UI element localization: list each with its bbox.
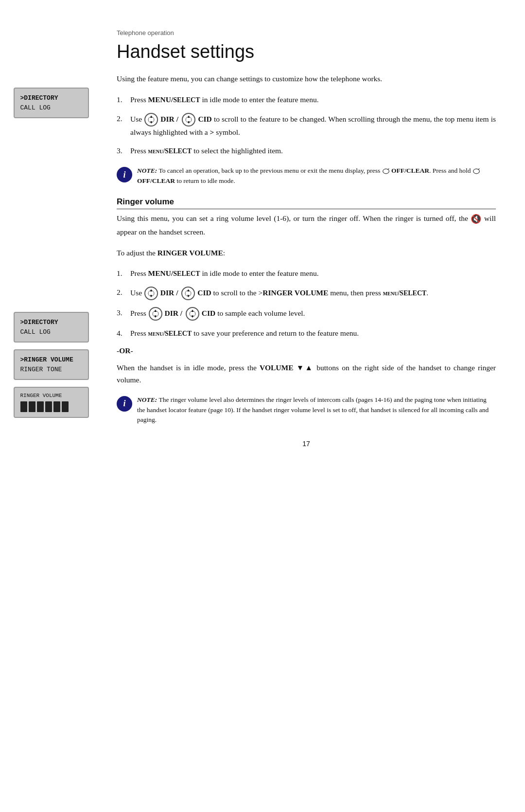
cid-label-2: CID — [197, 289, 211, 297]
lcd-line-1: >DIRECTORY — [20, 93, 82, 103]
breadcrumb: Telephone operation — [117, 29, 496, 36]
lcd-vol-title: RINGER VOLUME — [20, 393, 82, 398]
off-clear-icon-2 — [472, 167, 480, 174]
info-icon-1: i — [117, 167, 132, 182]
vol-bar-2 — [29, 401, 35, 412]
dir-nav-icon-1: ▲ ▼ — [144, 113, 158, 126]
step-3: 3. Press menu/SELECT to select the highl… — [117, 145, 496, 157]
menu-select-bold-1: MENU/SELECT — [148, 95, 200, 104]
left-column: >DIRECTORY CALL LOG >DIRECTORY CALL LOG … — [0, 29, 102, 783]
ringer-step-1-content: Press MENU/SELECT in idle mode to enter … — [130, 268, 496, 280]
note-body-2: The ringer volume level also determines … — [137, 396, 489, 424]
cid-nav-icon-3: ▲ ▼ — [186, 307, 199, 321]
cid-nav-icon-2: ▲ ▼ — [181, 287, 195, 300]
ringer-vol-bold-2: RINGER VOLUME — [262, 289, 328, 297]
step-3-num: 3. — [117, 145, 130, 157]
or-text: When the handset is in idle mode, press … — [117, 362, 496, 386]
svg-point-2 — [473, 169, 480, 174]
lcd-screen-2: >DIRECTORY CALL LOG — [14, 312, 89, 343]
lcd-line-5: >RINGER VOLUME — [20, 355, 82, 365]
step-2: 2. Use ▲ ▼ DIR / ▲ ▼ CID to scroll to th… — [117, 113, 496, 139]
page-container: >DIRECTORY CALL LOG >DIRECTORY CALL LOG … — [0, 0, 525, 812]
vol-bar-1 — [20, 401, 27, 412]
step-3-content: Press menu/SELECT to select the highligh… — [130, 145, 496, 157]
lcd-line-2: CALL LOG — [20, 103, 82, 113]
vol-bar-6 — [62, 401, 69, 412]
dir-label-2: DIR / — [160, 289, 178, 297]
note-label-2: NOTE: — [137, 396, 157, 403]
page-title: Handset settings — [117, 41, 496, 62]
lcd-line-3: >DIRECTORY — [20, 318, 82, 327]
lcd-line-4: CALL LOG — [20, 327, 82, 337]
lcd-line-6: RINGER TONE — [20, 365, 82, 375]
muted-bell-icon: 🔇 — [471, 212, 481, 226]
ringer-step-4-content: Press menu/SELECT to save your preferenc… — [130, 327, 496, 340]
note-box-2: i NOTE: The ringer volume level also det… — [117, 395, 496, 426]
ringer-step-3-content: Press ▲ ▼ DIR / ▲ ▼ CID to sample each v… — [130, 307, 496, 321]
dir-label-1: DIR / — [160, 114, 178, 123]
ringer-step-4-num: 4. — [117, 327, 130, 340]
note-text-1: NOTE: To cancel an operation, back up to… — [137, 166, 496, 186]
ringer-step-3-num: 3. — [117, 307, 130, 321]
menu-select-small-3: menu/SELECT — [148, 330, 192, 337]
off-clear-svg-1 — [382, 167, 390, 175]
step-2-num: 2. — [117, 113, 130, 139]
page-number: 17 — [117, 440, 496, 448]
menu-select-small-caps-1: menu/SELECT — [148, 147, 192, 155]
off-clear-text-2: OFF/CLEAR — [137, 177, 175, 184]
cid-label-3: CID — [202, 309, 215, 317]
step-2-content: Use ▲ ▼ DIR / ▲ ▼ CID to scroll to the f… — [130, 113, 496, 139]
off-clear-text-1: OFF/CLEAR — [391, 167, 429, 174]
dir-label-3: DIR / — [164, 309, 182, 317]
ringer-step-2-content: Use ▲ ▼ DIR / ▲ ▼ CID to scroll to the >… — [130, 287, 496, 300]
lcd-screen-1: >DIRECTORY CALL LOG — [14, 88, 89, 118]
or-separator: -OR- — [117, 346, 496, 355]
volume-bold: VOLUME ▼▲ — [260, 363, 314, 372]
dir-nav-icon-2: ▲ ▼ — [144, 287, 158, 300]
menu-select-small-2: menu/SELECT — [383, 289, 427, 297]
ringer-volume-bold: RINGER VOLUME — [158, 249, 223, 257]
menu-select-bold-2: MENU/SELECT — [148, 269, 200, 277]
step-1-content: Press MENU/SELECT in idle mode to enter … — [130, 94, 496, 106]
right-column: Telephone operation Handset settings Usi… — [102, 29, 525, 783]
lcd-screen-4: RINGER VOLUME — [14, 387, 89, 418]
note-box-1: i NOTE: To cancel an operation, back up … — [117, 166, 496, 186]
ringer-step-4: 4. Press menu/SELECT to save your prefer… — [117, 327, 496, 340]
step-1: 1. Press MENU/SELECT in idle mode to ent… — [117, 94, 496, 106]
vol-bar-3 — [37, 401, 44, 412]
note-label-1: NOTE: — [137, 167, 157, 174]
vol-bar-4 — [45, 401, 52, 412]
lcd-screen-3: >RINGER VOLUME RINGER TONE — [14, 349, 89, 380]
ringer-step-3: 3. Press ▲ ▼ DIR / ▲ ▼ CID to sample eac… — [117, 307, 496, 321]
dir-nav-icon-3: ▲ ▼ — [149, 307, 162, 321]
cid-label-1: CID — [198, 114, 211, 123]
note-text-2: NOTE: The ringer volume level also deter… — [137, 395, 496, 426]
ringer-adjust-label: To adjust the RINGER VOLUME: — [117, 247, 496, 259]
cid-nav-icon-1: ▲ ▼ — [182, 113, 195, 126]
off-clear-svg-2 — [472, 167, 480, 175]
ringer-step-1-num: 1. — [117, 268, 130, 280]
svg-point-0 — [383, 169, 389, 174]
step-1-num: 1. — [117, 94, 130, 106]
info-icon-2: i — [117, 396, 132, 412]
intro-text: Using the feature menu, you can change s… — [117, 73, 496, 85]
ringer-step-1: 1. Press MENU/SELECT in idle mode to ent… — [117, 268, 496, 280]
vol-bars — [20, 401, 82, 412]
lcd-screen-group: >DIRECTORY CALL LOG >RINGER VOLUME RINGE… — [14, 312, 89, 418]
ringer-intro: Using this menu, you can set a ring volu… — [117, 212, 496, 238]
off-clear-icon-1 — [382, 167, 391, 174]
section-title-ringer: Ringer volume — [117, 197, 496, 209]
ringer-step-2-num: 2. — [117, 287, 130, 300]
ringer-step-2: 2. Use ▲ ▼ DIR / ▲ ▼ CID to scroll to th… — [117, 287, 496, 300]
vol-bar-5 — [53, 401, 60, 412]
